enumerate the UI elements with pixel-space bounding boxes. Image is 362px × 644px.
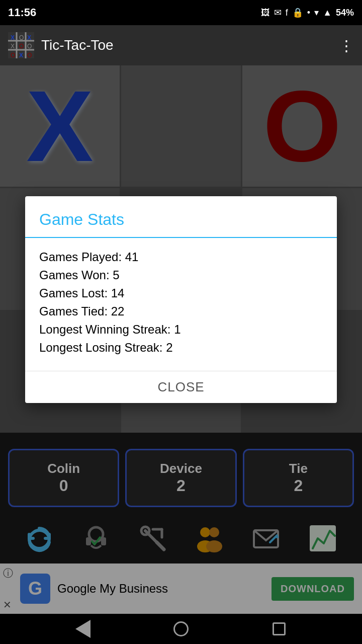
dot-indicator: •: [307, 8, 310, 18]
dialog-title: Game Stats: [25, 196, 337, 237]
dialog-overlay: Game Stats Games Played: 41 Games Won: 5…: [0, 65, 362, 644]
signal-icon: ▲: [323, 8, 332, 18]
wifi-icon: ▾: [314, 7, 319, 18]
app-title: Tic-Tac-Toe: [41, 37, 114, 53]
dialog-actions: Close: [25, 371, 337, 403]
app-bar-left: X O X X O O O X O Tic-Tac-Toe: [8, 32, 114, 58]
svg-text:O: O: [11, 52, 15, 58]
status-time: 11:56: [8, 6, 36, 19]
svg-text:X: X: [11, 43, 15, 50]
status-bar: 11:56 🖼 ✉ f 🔒 • ▾ ▲ 54%: [0, 0, 362, 25]
app-icon: X O X X O O O X O: [8, 32, 34, 58]
game-stats-dialog: Game Stats Games Played: 41 Games Won: 5…: [25, 196, 337, 403]
facebook-icon: f: [286, 8, 288, 18]
dialog-content: Games Played: 41 Games Won: 5 Games Lost…: [25, 250, 337, 371]
stat-games-played: Games Played: 41: [39, 250, 323, 264]
svg-text:O: O: [27, 52, 32, 58]
lock-icon: 🔒: [292, 7, 303, 18]
stat-games-won: Games Won: 5: [39, 268, 323, 282]
status-icons: 🖼 ✉ f 🔒 • ▾ ▲ 54%: [261, 7, 354, 18]
stat-win-streak: Longest Winning Streak: 1: [39, 323, 323, 337]
stat-games-lost: Games Lost: 14: [39, 286, 323, 300]
mail-icon: ✉: [274, 7, 282, 18]
gallery-icon: 🖼: [261, 8, 270, 18]
svg-text:X: X: [27, 34, 31, 41]
stat-games-tied: Games Tied: 22: [39, 304, 323, 318]
battery-indicator: 54%: [336, 8, 354, 18]
overflow-menu-button[interactable]: ⋮: [339, 37, 354, 54]
app-bar: X O X X O O O X O Tic-Tac-Toe ⋮: [0, 25, 362, 65]
svg-text:X: X: [11, 34, 15, 41]
svg-text:X: X: [19, 52, 23, 58]
svg-text:O: O: [19, 43, 24, 50]
svg-text:O: O: [19, 34, 24, 41]
svg-text:O: O: [27, 43, 32, 50]
stat-lose-streak: Longest Losing Streak: 2: [39, 341, 323, 355]
dialog-divider: [25, 237, 337, 238]
close-button[interactable]: Close: [157, 379, 204, 395]
